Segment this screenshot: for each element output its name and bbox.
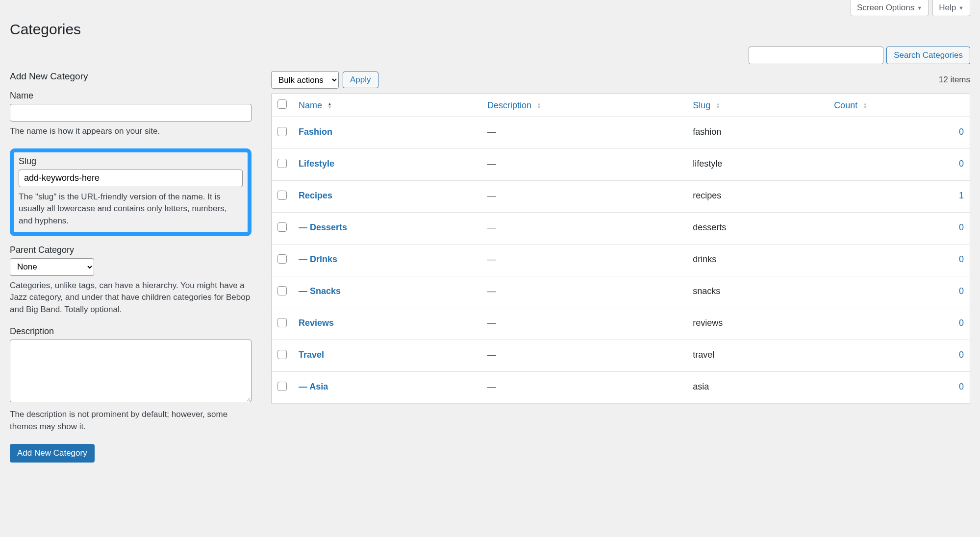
add-category-button[interactable]: Add New Category <box>10 444 95 463</box>
sort-icon: ▲▼ <box>863 102 867 109</box>
table-row: Lifestyle — lifestyle 0 <box>272 149 970 181</box>
table-row: — Drinks — drinks 0 <box>272 244 970 276</box>
count-link[interactable]: 0 <box>959 254 964 264</box>
row-slug: fashion <box>687 117 828 149</box>
items-count: 12 items <box>939 75 970 85</box>
bulk-actions-select[interactable]: Bulk actions <box>271 71 339 89</box>
row-slug: reviews <box>687 308 828 340</box>
column-description-label: Description <box>487 100 531 110</box>
name-label: Name <box>10 91 251 101</box>
name-input[interactable] <box>10 104 251 122</box>
count-link[interactable]: 1 <box>959 191 964 200</box>
row-checkbox[interactable] <box>277 159 287 168</box>
chevron-down-icon: ▼ <box>958 5 964 11</box>
count-link[interactable]: 0 <box>959 382 964 391</box>
select-all-checkbox[interactable] <box>277 99 287 109</box>
table-row: Travel — travel 0 <box>272 340 970 372</box>
sort-icon: ▲▼ <box>537 102 541 109</box>
column-count[interactable]: Count ▲▼ <box>828 94 970 117</box>
row-checkbox[interactable] <box>277 127 287 136</box>
column-description[interactable]: Description ▲▼ <box>481 94 687 117</box>
category-link[interactable]: Reviews <box>299 318 334 328</box>
apply-button[interactable]: Apply <box>343 72 378 88</box>
row-checkbox[interactable] <box>277 350 287 359</box>
chevron-down-icon: ▼ <box>917 5 922 11</box>
row-slug: travel <box>687 340 828 372</box>
row-slug: recipes <box>687 181 828 213</box>
row-slug: lifestyle <box>687 149 828 181</box>
form-title: Add New Category <box>10 71 251 82</box>
description-label: Description <box>10 326 251 337</box>
category-link[interactable]: — Drinks <box>299 254 337 264</box>
count-link[interactable]: 0 <box>959 127 964 137</box>
table-row: — Asia — asia 0 <box>272 372 970 404</box>
row-description: — <box>487 350 496 360</box>
row-description: — <box>487 222 496 232</box>
row-slug: asia <box>687 372 828 404</box>
row-checkbox[interactable] <box>277 191 287 200</box>
category-link[interactable]: — Asia <box>299 382 328 391</box>
table-row: Reviews — reviews 0 <box>272 308 970 340</box>
table-row: Fashion — fashion 0 <box>272 117 970 149</box>
description-textarea[interactable] <box>10 340 251 402</box>
sort-icon: ▲▼ <box>716 102 720 109</box>
row-checkbox[interactable] <box>277 222 287 232</box>
row-checkbox[interactable] <box>277 382 287 391</box>
slug-help: The "slug" is the URL-friendly version o… <box>19 191 243 227</box>
column-slug-label: Slug <box>693 100 710 110</box>
table-row: — Snacks — snacks 0 <box>272 276 970 308</box>
count-link[interactable]: 0 <box>959 286 964 296</box>
table-row: Recipes — recipes 1 <box>272 181 970 213</box>
search-input[interactable] <box>749 47 883 64</box>
row-description: — <box>487 159 496 169</box>
parent-help: Categories, unlike tags, can have a hier… <box>10 280 251 316</box>
slug-input[interactable] <box>19 170 243 187</box>
category-link[interactable]: Fashion <box>299 127 332 137</box>
sort-icon: ▲▼ <box>327 102 332 109</box>
column-name-label: Name <box>299 100 322 110</box>
row-description: — <box>487 254 496 264</box>
column-name[interactable]: Name ▲▼ <box>293 94 481 117</box>
row-description: — <box>487 382 496 391</box>
categories-table: Name ▲▼ Description ▲▼ Slug ▲▼ Count ▲▼ <box>271 94 970 404</box>
category-link[interactable]: Recipes <box>299 191 332 200</box>
slug-highlight-box: Slug The "slug" is the URL-friendly vers… <box>10 148 251 236</box>
row-description: — <box>487 191 496 200</box>
screen-options-label: Screen Options <box>857 3 914 13</box>
parent-label: Parent Category <box>10 245 251 255</box>
table-row: — Desserts — desserts 0 <box>272 213 970 244</box>
row-checkbox[interactable] <box>277 318 287 327</box>
help-button[interactable]: Help ▼ <box>932 0 970 16</box>
category-link[interactable]: — Desserts <box>299 222 347 232</box>
row-description: — <box>487 286 496 296</box>
category-link[interactable]: Travel <box>299 350 324 360</box>
count-link[interactable]: 0 <box>959 318 964 328</box>
row-description: — <box>487 318 496 328</box>
count-link[interactable]: 0 <box>959 222 964 232</box>
count-link[interactable]: 0 <box>959 350 964 360</box>
row-description: — <box>487 127 496 137</box>
help-label: Help <box>939 3 956 13</box>
screen-options-button[interactable]: Screen Options ▼ <box>851 0 929 16</box>
column-slug[interactable]: Slug ▲▼ <box>687 94 828 117</box>
description-help: The description is not prominent by defa… <box>10 409 251 433</box>
slug-label: Slug <box>19 156 243 167</box>
parent-select[interactable]: None <box>10 258 94 276</box>
column-count-label: Count <box>834 100 857 110</box>
row-slug: snacks <box>687 276 828 308</box>
category-link[interactable]: Lifestyle <box>299 159 334 169</box>
page-title: Categories <box>10 21 970 38</box>
search-button[interactable]: Search Categories <box>886 47 970 64</box>
name-help: The name is how it appears on your site. <box>10 125 251 138</box>
category-link[interactable]: — Snacks <box>299 286 341 296</box>
row-slug: desserts <box>687 213 828 244</box>
row-checkbox[interactable] <box>277 254 287 264</box>
row-slug: drinks <box>687 244 828 276</box>
count-link[interactable]: 0 <box>959 159 964 169</box>
row-checkbox[interactable] <box>277 286 287 295</box>
